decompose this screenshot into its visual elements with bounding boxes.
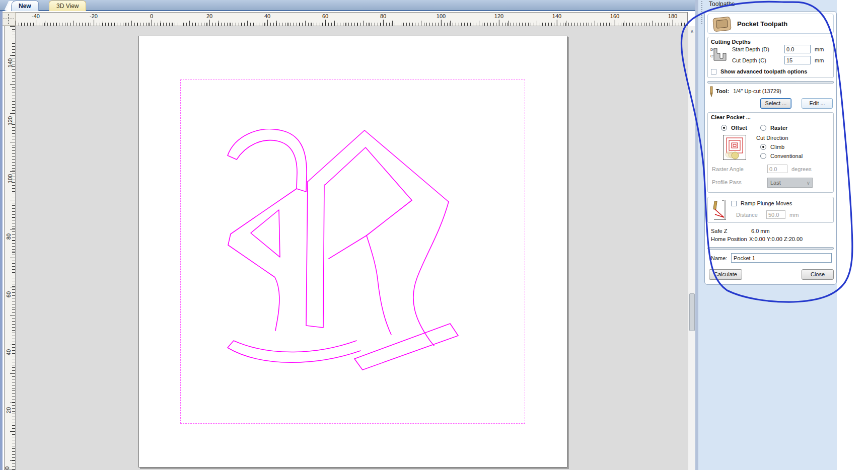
- ruler-number: 40: [264, 13, 270, 19]
- tab-new-label: New: [19, 3, 31, 10]
- vertical-ruler: 140 120 100 80 60 40 20 0: [4, 26, 16, 470]
- raster-angle-input: [767, 165, 787, 173]
- window-background: [837, 0, 868, 470]
- cut-depth-label: Cut Depth (C): [732, 57, 766, 63]
- ruler-number: 140: [552, 13, 561, 19]
- raster-angle-unit: degrees: [791, 166, 812, 172]
- canvas-scrollbar[interactable]: ∧: [688, 26, 695, 470]
- pocket-toolpath-icon: [712, 16, 734, 32]
- tool-value: 1/4" Up-cut (13729): [733, 88, 781, 94]
- ruler-number: 120: [494, 13, 503, 19]
- raster-label: Raster: [770, 125, 787, 131]
- tab-3d-view[interactable]: 3D View: [49, 1, 86, 11]
- ruler-major-ticks: [16, 21, 687, 26]
- ruler-number: -20: [90, 13, 98, 19]
- ruler-number: 60: [6, 291, 12, 297]
- application-window: New 3D View -40 -20 0 20 40 60 80 100 12…: [0, 0, 868, 470]
- form-header-title: Pocket Toolpath: [737, 20, 787, 28]
- start-depth-unit: mm: [815, 46, 824, 52]
- tab-3d-view-label: 3D View: [56, 3, 79, 10]
- clear-pocket-group: Clear Pocket ... Offset Raster: [707, 112, 834, 193]
- panel-title: Toolpaths: [709, 1, 735, 8]
- raster-radio[interactable]: [760, 125, 766, 131]
- tool-bit-icon: [709, 86, 714, 97]
- ruler-number: 0: [4, 466, 10, 469]
- distance-input: [766, 210, 785, 219]
- offset-radio[interactable]: [721, 125, 727, 131]
- start-depth-label: Start Depth (D): [732, 46, 769, 52]
- scroll-up-icon[interactable]: ∧: [689, 27, 695, 35]
- pocket-toolpath-form: Pocket Toolpath Cutting Depths D C Start…: [704, 11, 837, 285]
- origin-crosshair-icon: [3, 19, 14, 19]
- distance-unit: mm: [789, 212, 799, 218]
- profile-pass-label: Profile Pass: [712, 179, 742, 185]
- ruler-number: 80: [380, 13, 386, 19]
- origin-crosshair-icon: [8, 14, 9, 24]
- drawing-canvas[interactable]: [16, 26, 688, 470]
- offset-label: Offset: [731, 125, 747, 131]
- ramp-plunge-group: Ramp Plunge Moves Distance mm: [707, 197, 834, 223]
- form-header: Pocket Toolpath: [707, 14, 834, 34]
- ruler-number: 20: [206, 13, 212, 19]
- show-advanced-checkbox[interactable]: [711, 69, 716, 74]
- tab-new[interactable]: New: [11, 1, 39, 11]
- safe-z-label: Safe Z: [711, 228, 727, 234]
- chevron-down-icon: ∨: [807, 179, 810, 188]
- cut-depth-unit: mm: [815, 57, 824, 63]
- ruler-number: 100: [7, 174, 13, 183]
- section-separator: [707, 247, 834, 250]
- calculate-button[interactable]: Calculate: [709, 269, 742, 280]
- tool-label: Tool:: [716, 88, 729, 94]
- ruler-origin-corner: [1, 12, 16, 26]
- offset-pattern-icon: [723, 135, 746, 160]
- ruler-number: 100: [437, 13, 446, 19]
- raster-angle-label: Raster Angle: [712, 166, 744, 172]
- ruler-number: 140: [7, 58, 13, 67]
- ruler-major-ticks: [10, 26, 15, 469]
- toolpath-name-input[interactable]: [731, 253, 832, 263]
- cut-depth-input[interactable]: [784, 56, 811, 64]
- conventional-radio[interactable]: [760, 153, 766, 159]
- cutting-depths-title: Cutting Depths: [711, 39, 833, 45]
- ruler-number: 0: [150, 13, 153, 19]
- ruler-number: 40: [6, 349, 12, 355]
- cut-direction-label: Cut Direction: [756, 135, 788, 141]
- home-position-label: Home Position: [711, 236, 747, 242]
- profile-pass-dropdown: Last ∨: [767, 178, 813, 188]
- home-position-value: X:0.00 Y:0.00 Z:20.00: [749, 236, 803, 242]
- tool-select-button[interactable]: Select ...: [760, 98, 791, 109]
- name-label: Name:: [711, 255, 727, 261]
- svg-text:D: D: [710, 48, 713, 51]
- start-depth-input[interactable]: [784, 45, 811, 53]
- ramp-plunge-label: Ramp Plunge Moves: [741, 200, 792, 206]
- ramp-plunge-checkbox[interactable]: [731, 201, 737, 206]
- horizontal-ruler: -40 -20 0 20 40 60 80 100 120 140 160 18…: [16, 12, 688, 26]
- panel-grip[interactable]: [701, 1, 702, 24]
- ruler-number: 80: [6, 233, 12, 240]
- distance-label: Distance: [736, 212, 758, 218]
- ruler-number: 180: [668, 13, 677, 19]
- tool-edit-button[interactable]: Edit ...: [802, 98, 833, 109]
- climb-label: Climb: [770, 144, 784, 150]
- profile-pass-value: Last: [770, 180, 781, 186]
- close-button[interactable]: Close: [802, 269, 834, 280]
- toolpaths-panel: Toolpaths Pocket Toolpath Cutting Depths…: [698, 0, 837, 470]
- ramp-plunge-icon: [711, 199, 728, 221]
- ruler-number: 160: [610, 13, 619, 19]
- window-edge: [0, 11, 3, 470]
- safe-z-value: 6.0 mm: [751, 228, 770, 234]
- climb-radio[interactable]: [760, 144, 766, 150]
- view-tab-bar: New 3D View: [0, 0, 698, 11]
- ruler-number: 120: [7, 116, 13, 125]
- ruler-number: 20: [6, 407, 12, 413]
- cutting-depths-icon: D C: [710, 45, 730, 64]
- cutting-depths-group: Cutting Depths D C Start Depth (D) mm Cu…: [707, 37, 834, 78]
- scrollbar-thumb[interactable]: [689, 293, 695, 331]
- blackletter-r-vector[interactable]: [227, 129, 489, 372]
- conventional-label: Conventional: [770, 153, 803, 159]
- job-material-page[interactable]: [138, 36, 567, 467]
- clear-pocket-title: Clear Pocket ...: [711, 114, 833, 120]
- svg-text:C: C: [710, 54, 713, 58]
- show-advanced-label: Show advanced toolpath options: [720, 68, 807, 74]
- ruler-number: 60: [322, 13, 328, 19]
